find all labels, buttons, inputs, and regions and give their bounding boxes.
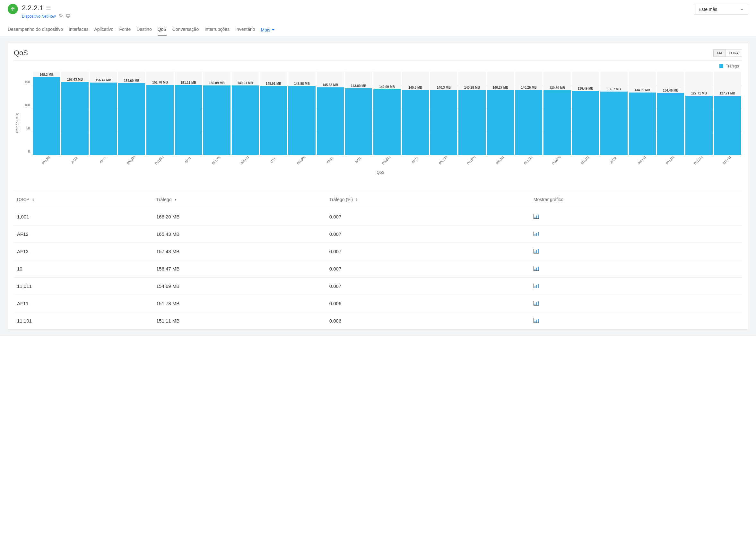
bar-value-label: 140.3 MB [437,86,451,89]
toggle-em-button[interactable]: EM [714,49,726,57]
bar[interactable]: 140.3 MB [402,72,429,155]
table-row: 10156.47 MB0.007 [14,260,742,278]
tab-dest[interactable]: Destino [136,27,152,36]
bar[interactable]: 140.26 MB [515,72,542,155]
bar[interactable]: 148.91 MB [260,72,287,155]
bar[interactable]: 150.09 MB [203,72,230,155]
legend-swatch [719,64,723,68]
time-range-select[interactable]: Este mês [694,4,748,15]
table-row: AF11151.78 MB0.006 [14,295,742,312]
bar[interactable]: 145.68 MB [317,72,344,155]
table-row: AF12165.43 MB0.007 [14,225,742,243]
bar-value-label: 149.91 MB [237,81,253,85]
qos-table: DSCP ▲▼ Tráfego ▲ Tráfego (%) ▲▼ Mostr [14,191,742,329]
bar[interactable]: 143.89 MB [345,72,372,155]
y-axis-label: Tráfego (MB) [14,72,19,175]
bar-value-label: 157.43 MB [67,78,83,81]
bar-value-label: 150.09 MB [209,81,225,85]
bar[interactable]: 157.43 MB [61,72,88,155]
device-title: 2.2.2.1 [22,4,43,12]
bar[interactable]: 134.46 MB [657,72,684,155]
cell-trafego: 157.43 MB [153,243,326,260]
bar[interactable]: 140.27 MB [487,72,514,155]
tab-source[interactable]: Fonte [119,27,131,36]
col-trafego[interactable]: Tráfego ▲ [153,191,326,208]
menu-icon[interactable]: ☰ [46,4,51,12]
tab-more[interactable]: Mais [261,27,275,36]
cell-dscp: 1,001 [14,208,153,225]
device-type-link[interactable]: Dispositivo NetFlow [22,14,56,19]
bar-value-label: 151.78 MB [152,81,168,84]
bar-value-label: 138.49 MB [578,87,594,90]
note-icon[interactable] [66,13,70,19]
col-mostrar: Mostrar gráfico [530,191,742,208]
cell-dscp: AF13 [14,243,153,260]
bar[interactable]: 127.71 MB [714,72,741,155]
bar-value-label: 143.89 MB [351,84,367,88]
tag-icon[interactable] [59,13,63,19]
show-chart-icon[interactable] [534,214,539,219]
sort-icon: ▲ [174,199,177,201]
bar[interactable]: 151.78 MB [146,72,173,155]
show-chart-icon[interactable] [534,301,539,306]
table-row: 11,101151.11 MB0.006 [14,312,742,330]
bar-value-label: 127.71 MB [719,92,735,95]
tab-interrupt[interactable]: Interrupções [204,27,230,36]
bar[interactable]: 134.89 MB [629,72,656,155]
y-tick: 50 [19,127,30,130]
bar-value-label: 148.91 MB [266,82,282,85]
bar[interactable]: 148.88 MB [288,72,315,155]
show-chart-icon[interactable] [534,284,539,288]
cell-mostrar [530,312,742,330]
y-tick: 150 [19,80,30,84]
bar[interactable]: 140.3 MB [430,72,457,155]
bar[interactable]: 168.2 MB [33,72,60,155]
cell-trafego-pct: 0.007 [326,243,530,260]
bar[interactable]: 138.49 MB [572,72,599,155]
bar[interactable]: 149.91 MB [232,72,259,155]
bar[interactable]: 156.47 MB [90,72,117,155]
bar[interactable]: 151.11 MB [175,72,202,155]
bar-value-label: 142.09 MB [379,85,395,89]
y-tick: 0 [19,150,30,153]
show-chart-icon[interactable] [534,266,539,271]
toggle-fora-button[interactable]: FORA [725,49,742,57]
show-chart-icon[interactable] [534,231,539,236]
cell-dscp: AF11 [14,295,153,312]
table-row: 11,011154.69 MB0.007 [14,278,742,295]
cell-trafego: 151.78 MB [153,295,326,312]
cell-dscp: 11,101 [14,312,153,330]
bar[interactable]: 142.09 MB [373,72,400,155]
cell-mostrar [530,208,742,225]
bar-value-label: 156.47 MB [95,78,111,82]
bar[interactable]: 140.28 MB [458,72,485,155]
status-up-icon [8,4,18,14]
col-trafego-pct[interactable]: Tráfego (%) ▲▼ [326,191,530,208]
chevron-down-icon [272,29,275,31]
tab-app[interactable]: Aplicativo [94,27,113,36]
tab-perf[interactable]: Desempenho do dispositivo [8,27,63,36]
bar[interactable]: 136.7 MB [600,72,627,155]
cell-mostrar [530,243,742,260]
svg-rect-1 [66,14,70,17]
tab-interfaces[interactable]: Interfaces [69,27,88,36]
cell-dscp: 11,011 [14,278,153,295]
bar[interactable]: 127.71 MB [685,72,712,155]
cell-mostrar [530,260,742,278]
col-dscp[interactable]: DSCP ▲▼ [14,191,153,208]
cell-trafego-pct: 0.007 [326,208,530,225]
bar-value-label: 134.46 MB [663,89,679,92]
bar[interactable]: 139.39 MB [543,72,570,155]
tab-inventory[interactable]: Inventário [235,27,255,36]
cell-mostrar [530,278,742,295]
show-chart-icon[interactable] [534,249,539,253]
cell-dscp: 10 [14,260,153,278]
tab-qos[interactable]: QoS [158,27,167,36]
tab-conv[interactable]: Conversação [172,27,199,36]
bar-value-label: 148.88 MB [294,82,310,85]
bar[interactable]: 154.69 MB [118,72,145,155]
table-row: 1,001168.20 MB0.007 [14,208,742,225]
bar-value-label: 168.2 MB [40,73,54,76]
show-chart-icon[interactable] [534,319,539,323]
cell-mostrar [530,295,742,312]
